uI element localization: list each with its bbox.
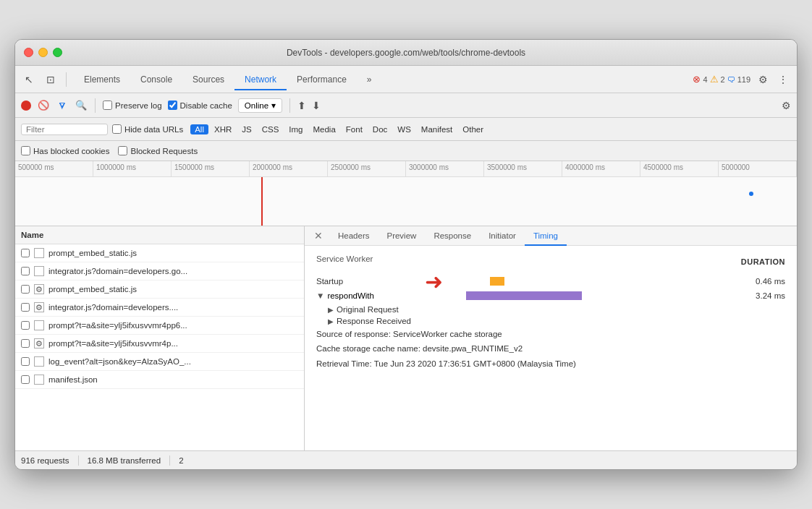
filter-type-js[interactable]: JS <box>237 124 255 134</box>
tick-1: 500000 ms <box>15 161 93 176</box>
file-checkbox-6[interactable] <box>21 357 30 366</box>
tab-elements[interactable]: Elements <box>74 70 130 90</box>
disable-cache-label[interactable]: Disable cache <box>168 100 232 110</box>
chevron-right-icon: ▶ <box>328 306 334 314</box>
respond-with-row: ▼ respondWith 3.24 ms <box>316 291 785 301</box>
transferred-size: 16.8 MB transferred <box>88 456 161 465</box>
file-name-5: prompt?t=a&site=ylj5ifxusvvmr4p... <box>48 339 298 348</box>
file-checkbox-7[interactable] <box>21 375 30 384</box>
settings-icon[interactable]: ⚙ <box>755 72 771 87</box>
filter-type-xhr[interactable]: XHR <box>210 124 236 134</box>
record-button[interactable] <box>21 100 31 111</box>
message-count: 119 <box>737 75 750 84</box>
filter-type-all[interactable]: All <box>190 124 208 134</box>
tab-initiator[interactable]: Initiator <box>480 227 525 246</box>
toolbar-right: ⊗ 4 ⚠ 2 🗨 119 ⚙ ⋮ <box>693 72 791 87</box>
respond-with-value: 3.24 ms <box>735 291 785 300</box>
filter-bar: Hide data URLs All XHR JS CSS Img Media … <box>15 118 797 141</box>
filter-icon[interactable]: ⛛ <box>56 99 69 112</box>
tab-headers[interactable]: Headers <box>329 227 378 246</box>
file-checkbox-2[interactable] <box>21 285 30 294</box>
upload-icon[interactable]: ⬆ <box>297 100 306 111</box>
file-checkbox-5[interactable] <box>21 339 30 348</box>
filter-type-img[interactable]: Img <box>284 124 307 134</box>
status-sep-1 <box>78 455 79 466</box>
maximize-button[interactable] <box>53 48 62 57</box>
main-content: Name prompt_embed_static.js integrator.j… <box>15 226 797 450</box>
file-item-1[interactable]: integrator.js?domain=developers.go... <box>15 262 304 281</box>
separator-2 <box>95 98 96 113</box>
filter-type-css[interactable]: CSS <box>258 124 284 134</box>
file-checkbox-0[interactable] <box>21 249 30 257</box>
file-item-7[interactable]: manifest.json <box>15 371 304 389</box>
file-item-4[interactable]: prompt?t=a&site=ylj5ifxusvvmr4pp6... <box>15 317 304 335</box>
original-request-item: ▶ Original Request <box>328 305 785 314</box>
blocked-requests-checkbox[interactable] <box>118 146 127 155</box>
blocked-bar: Has blocked cookies Blocked Requests <box>15 141 797 161</box>
network-settings-icon[interactable]: ⚙ <box>782 100 791 111</box>
has-blocked-cookies-checkbox[interactable] <box>21 146 30 155</box>
file-checkbox-3[interactable] <box>21 303 30 312</box>
file-item-5[interactable]: ⚙ prompt?t=a&site=ylj5ifxusvvmr4p... <box>15 335 304 353</box>
file-item-6[interactable]: log_event?alt=json&key=AlzaSyAO_... <box>15 353 304 371</box>
detail-panel: ✕ Headers Preview Response Initiator Tim… <box>305 226 797 450</box>
cursor-icon[interactable]: ↖ <box>21 72 37 87</box>
filter-type-font[interactable]: Font <box>342 124 367 134</box>
file-icon-7 <box>34 375 44 385</box>
filter-input[interactable] <box>26 125 103 134</box>
throttle-select[interactable]: Online ▾ <box>238 98 282 113</box>
disable-cache-checkbox[interactable] <box>168 100 177 110</box>
file-icon-3: ⚙ <box>34 302 44 312</box>
gear-icon-3: ⚙ <box>35 303 43 312</box>
blocked-requests-label[interactable]: Blocked Requests <box>118 146 198 155</box>
respond-with-bar <box>466 291 582 300</box>
file-item-2[interactable]: ⚙ prompt_embed_static.js <box>15 281 304 299</box>
tab-console[interactable]: Console <box>130 70 182 90</box>
download-icon[interactable]: ⬇ <box>312 100 321 111</box>
close-button[interactable] <box>24 48 33 57</box>
tab-timing[interactable]: Timing <box>525 227 567 246</box>
close-detail-button[interactable]: ✕ <box>310 228 326 244</box>
responsive-icon[interactable]: ⊡ <box>43 72 59 87</box>
tab-preview[interactable]: Preview <box>378 227 425 246</box>
error-count: 4 <box>703 75 707 84</box>
response-received-label: Response Received <box>337 317 411 325</box>
preserve-log-label[interactable]: Preserve log <box>103 100 162 110</box>
warning-count: 2 <box>721 75 725 84</box>
tab-response[interactable]: Response <box>425 227 480 246</box>
preserve-log-checkbox[interactable] <box>103 100 112 110</box>
tick-5: 2500000 ms <box>328 161 406 176</box>
tab-network[interactable]: Network <box>234 70 287 90</box>
file-checkbox-1[interactable] <box>21 267 30 275</box>
tab-more[interactable]: » <box>357 70 382 90</box>
hide-data-urls-label[interactable]: Hide data URLs <box>112 124 183 134</box>
chevron-right-icon-2: ▶ <box>328 317 334 325</box>
filter-type-doc[interactable]: Doc <box>368 124 392 134</box>
tab-performance[interactable]: Performance <box>287 70 357 90</box>
file-checkbox-4[interactable] <box>21 321 30 330</box>
filter-type-other[interactable]: Other <box>458 124 488 134</box>
status-bar: 916 requests 16.8 MB transferred 2 <box>15 450 797 469</box>
title-bar: DevTools - developers.google.com/web/too… <box>15 40 797 66</box>
more-icon[interactable]: ⋮ <box>775 72 791 87</box>
tab-sources[interactable]: Sources <box>182 70 234 90</box>
stop-icon[interactable]: 🚫 <box>37 99 50 112</box>
tick-7: 3500000 ms <box>484 161 562 176</box>
timing-content: Service Worker DURATION Startup ➜ 0.46 m… <box>305 246 797 381</box>
hide-data-urls-checkbox[interactable] <box>112 124 122 134</box>
filter-type-media[interactable]: Media <box>309 124 340 134</box>
file-icon-0 <box>34 248 44 258</box>
has-blocked-cookies-label[interactable]: Has blocked cookies <box>21 146 109 155</box>
search-icon[interactable]: 🔍 <box>75 99 88 112</box>
tick-3: 1500000 ms <box>172 161 250 176</box>
minimize-button[interactable] <box>38 48 48 57</box>
expand-icon[interactable]: ▼ <box>316 291 324 300</box>
filter-type-manifest[interactable]: Manifest <box>417 124 457 134</box>
separator-1 <box>66 72 67 87</box>
import-export: ⬆ ⬇ <box>297 100 321 111</box>
file-item-0[interactable]: prompt_embed_static.js <box>15 244 304 262</box>
timeline-dot <box>749 192 753 196</box>
error-badge: ⊗ 4 ⚠ 2 🗨 119 <box>693 74 750 85</box>
filter-type-ws[interactable]: WS <box>393 124 415 134</box>
file-item-3[interactable]: ⚙ integrator.js?domain=developers.... <box>15 299 304 317</box>
